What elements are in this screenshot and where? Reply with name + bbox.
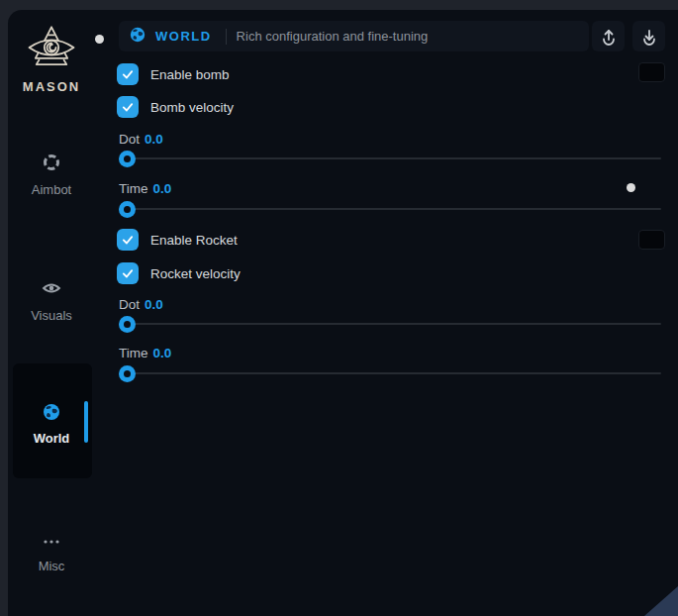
active-tab-indicator <box>84 401 88 443</box>
toggle-row-enable-rocket: Enable Rocket <box>117 229 238 251</box>
sidebar: MASON Aimbot Visuals <box>8 10 111 616</box>
slider-track[interactable] <box>119 372 661 374</box>
checkbox-enable-rocket[interactable] <box>117 229 139 251</box>
slider-thumb[interactable] <box>119 151 136 167</box>
slider-rocket-time[interactable] <box>119 365 661 382</box>
download-icon <box>640 28 658 46</box>
toggle-label: Enable Rocket <box>150 233 238 248</box>
globe-icon <box>42 408 61 425</box>
slider-name: Time <box>119 346 148 360</box>
check-icon <box>121 233 135 247</box>
sidebar-item-label: Visuals <box>8 308 95 323</box>
sidebar-item-label: Aimbot <box>8 182 95 197</box>
checkbox-bomb-velocity[interactable] <box>117 96 139 118</box>
toggle-label: Bomb velocity <box>150 100 234 115</box>
toggle-label: Rocket velocity <box>150 266 241 281</box>
slider-thumb[interactable] <box>119 201 136 218</box>
ellipsis-icon <box>41 529 62 549</box>
slider-value: 0.0 <box>145 297 163 312</box>
checkbox-rocket-velocity[interactable] <box>117 262 139 284</box>
slider-thumb[interactable] <box>119 316 136 333</box>
toggle-row-enable-bomb: Enable bomb <box>117 63 230 85</box>
upload-icon <box>600 28 618 46</box>
slider-bomb-dot[interactable] <box>119 151 661 167</box>
sidebar-item-misc[interactable]: Misc <box>8 529 95 573</box>
slider-name: Dot <box>119 297 140 312</box>
eye-pyramid-logo-icon <box>25 24 78 71</box>
header-divider <box>226 29 227 45</box>
check-icon <box>121 67 135 81</box>
check-icon <box>121 266 135 280</box>
slider-bomb-time[interactable] <box>119 201 661 218</box>
sidebar-item-aimbot[interactable]: Aimbot <box>8 153 95 197</box>
decoration-dot <box>627 183 635 192</box>
slider-value: 0.0 <box>145 132 163 147</box>
slider-value: 0.0 <box>153 346 172 360</box>
slider-label-bomb-time: Time0.0 <box>119 181 171 196</box>
sidebar-item-label: Misc <box>8 559 95 573</box>
app-logo: MASON <box>8 24 95 94</box>
page-title: WORLD <box>155 29 212 44</box>
slider-label-bomb-dot: Dot0.0 <box>119 132 163 147</box>
crosshair-icon <box>42 153 61 172</box>
page-header: WORLD Rich configuration and fine-tuning <box>119 21 589 51</box>
slider-rocket-dot[interactable] <box>119 316 661 333</box>
mason-menu-window: MASON Aimbot Visuals <box>8 10 678 616</box>
slider-track[interactable] <box>119 157 661 159</box>
slider-name: Time <box>119 181 148 196</box>
sidebar-item-world[interactable]: World <box>8 402 95 446</box>
background-corner <box>644 586 678 616</box>
slider-track[interactable] <box>119 323 661 325</box>
export-config-button[interactable] <box>592 21 625 51</box>
eye-icon <box>42 278 61 298</box>
globe-icon <box>129 26 146 48</box>
import-config-button[interactable] <box>632 21 665 51</box>
rocket-color-swatch[interactable] <box>638 230 665 250</box>
app-logo-text: MASON <box>8 79 95 94</box>
slider-thumb[interactable] <box>119 365 136 382</box>
bomb-color-swatch[interactable] <box>638 62 665 82</box>
checkbox-enable-bomb[interactable] <box>117 63 139 85</box>
sidebar-item-visuals[interactable]: Visuals <box>8 278 95 323</box>
slider-value: 0.0 <box>153 181 172 196</box>
toggle-row-bomb-velocity: Bomb velocity <box>117 96 234 118</box>
slider-name: Dot <box>119 132 140 147</box>
toggle-row-rocket-velocity: Rocket velocity <box>117 262 241 284</box>
slider-label-rocket-dot: Dot0.0 <box>119 297 163 312</box>
check-icon <box>121 100 135 114</box>
decoration-dot <box>95 35 104 44</box>
slider-track[interactable] <box>119 208 661 210</box>
sidebar-item-label: World <box>8 431 95 446</box>
page-subtitle: Rich configuration and fine-tuning <box>237 29 429 44</box>
toggle-label: Enable bomb <box>150 67 230 82</box>
slider-label-rocket-time: Time0.0 <box>119 346 171 360</box>
